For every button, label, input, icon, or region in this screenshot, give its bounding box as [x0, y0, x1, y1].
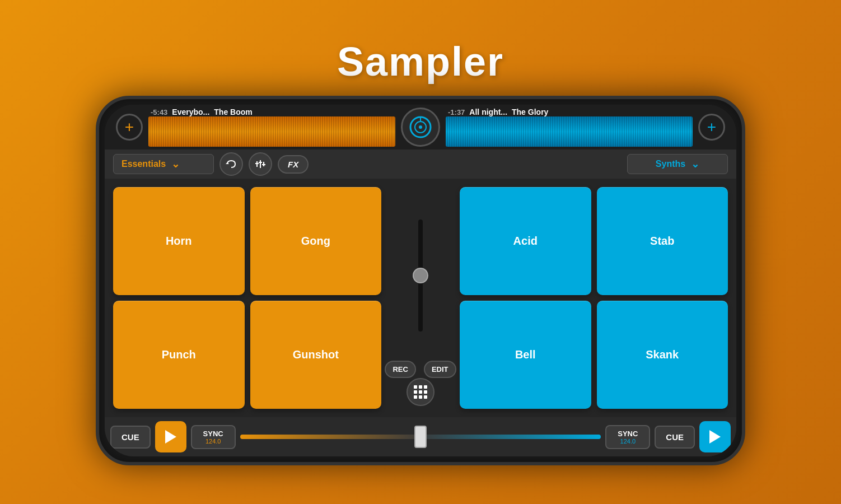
synths-dropdown[interactable]: Synths ⌄ — [627, 154, 728, 174]
left-sync-button[interactable]: SYNC 124.0 — [191, 425, 236, 449]
crossfader-container[interactable] — [240, 428, 601, 445]
pad-punch[interactable]: Punch — [113, 301, 245, 409]
fx-button[interactable]: FX — [278, 155, 309, 174]
essentials-chevron-icon: ⌄ — [171, 158, 180, 170]
controls-bar: Essentials ⌄ — [105, 150, 736, 179]
right-play-icon — [709, 430, 721, 444]
loop-button[interactable] — [219, 152, 243, 176]
right-sync-label: SYNC — [618, 430, 638, 438]
left-deck: -5:43 Everybo... The Boom — [148, 108, 395, 147]
dj-logo — [401, 108, 440, 147]
edit-button[interactable]: EDIT — [424, 361, 456, 378]
grid-dot-8 — [419, 395, 422, 399]
left-pads: Horn Gong Punch Gunshot — [113, 187, 381, 409]
left-play-icon — [165, 430, 176, 444]
loop-icon — [226, 158, 237, 170]
left-deck-track: Everybo... — [172, 108, 209, 116]
left-deck-album: The Boom — [214, 108, 252, 116]
right-deck: -1:37 All night... The Glory — [446, 108, 693, 147]
main-area: Horn Gong Punch Gunshot REC EDIT — [105, 179, 736, 417]
center-controls: REC EDIT — [387, 187, 454, 409]
left-sync-bpm: 124.0 — [200, 438, 227, 445]
grid-dot-1 — [414, 385, 417, 389]
phone-screen: + -5:43 Everybo... The Boom — [105, 105, 736, 456]
crossfader-thumb[interactable] — [414, 426, 427, 448]
grid-dot-6 — [424, 390, 427, 394]
volume-slider-track — [418, 220, 423, 332]
grid-dot-7 — [414, 395, 417, 399]
add-deck-left-button[interactable]: + — [116, 114, 143, 141]
left-deck-time: -5:43 — [151, 108, 167, 116]
essentials-dropdown[interactable]: Essentials ⌄ — [113, 154, 214, 174]
grid-dot-3 — [424, 385, 427, 389]
pad-horn[interactable]: Horn — [113, 187, 245, 295]
phone-body: + -5:43 Everybo... The Boom — [96, 96, 745, 465]
right-pads: Acid Stab Bell Skank — [460, 187, 728, 409]
rec-button[interactable]: REC — [385, 361, 415, 378]
grid-button[interactable] — [407, 378, 434, 406]
add-deck-right-button[interactable]: + — [698, 114, 725, 141]
eq-icon — [255, 158, 266, 170]
volume-slider-thumb[interactable] — [413, 268, 428, 283]
page-title: Sampler — [337, 39, 504, 85]
synths-label: Synths — [656, 159, 685, 169]
right-deck-info: -1:37 All night... The Glory — [446, 108, 693, 116]
bottom-bar: CUE SYNC 124.0 SYNC 124.0 CUE — [105, 417, 736, 456]
right-deck-album: The Glory — [512, 108, 548, 116]
pad-bell[interactable]: Bell — [460, 301, 591, 409]
right-waveform[interactable] — [446, 116, 693, 147]
right-sync-bpm: 124.0 — [614, 438, 641, 445]
left-waveform[interactable] — [148, 116, 395, 147]
right-play-button[interactable] — [699, 421, 731, 452]
grid-dot-9 — [424, 395, 427, 399]
grid-dot-2 — [419, 385, 422, 389]
right-cue-button[interactable]: CUE — [655, 426, 695, 449]
volume-slider-container[interactable] — [412, 190, 429, 361]
essentials-label: Essentials — [122, 159, 166, 169]
pad-skank[interactable]: Skank — [597, 301, 728, 409]
svg-marker-4 — [226, 162, 229, 164]
rec-edit-row: REC EDIT — [385, 361, 456, 378]
grid-dot-4 — [414, 390, 417, 394]
eq-button[interactable] — [249, 152, 272, 176]
right-deck-track: All night... — [469, 108, 507, 116]
right-deck-time: -1:37 — [448, 108, 465, 116]
synths-chevron-icon: ⌄ — [691, 158, 699, 170]
right-sync-button[interactable]: SYNC 124.0 — [605, 425, 650, 449]
grid-dot-5 — [419, 390, 422, 394]
pad-acid[interactable]: Acid — [460, 187, 591, 295]
left-play-button[interactable] — [155, 421, 186, 452]
pad-stab[interactable]: Stab — [597, 187, 728, 295]
left-sync-label: SYNC — [203, 430, 223, 438]
phone-wrapper: + -5:43 Everybo... The Boom — [96, 96, 745, 465]
grid-icon — [414, 385, 427, 399]
pad-gong[interactable]: Gong — [250, 187, 382, 295]
crossfader-track — [240, 435, 601, 439]
top-header: + -5:43 Everybo... The Boom — [105, 105, 736, 150]
pad-gunshot[interactable]: Gunshot — [250, 301, 382, 409]
svg-point-2 — [419, 125, 422, 129]
logo-icon — [409, 115, 432, 139]
left-deck-info: -5:43 Everybo... The Boom — [148, 108, 395, 116]
left-cue-button[interactable]: CUE — [110, 426, 151, 449]
